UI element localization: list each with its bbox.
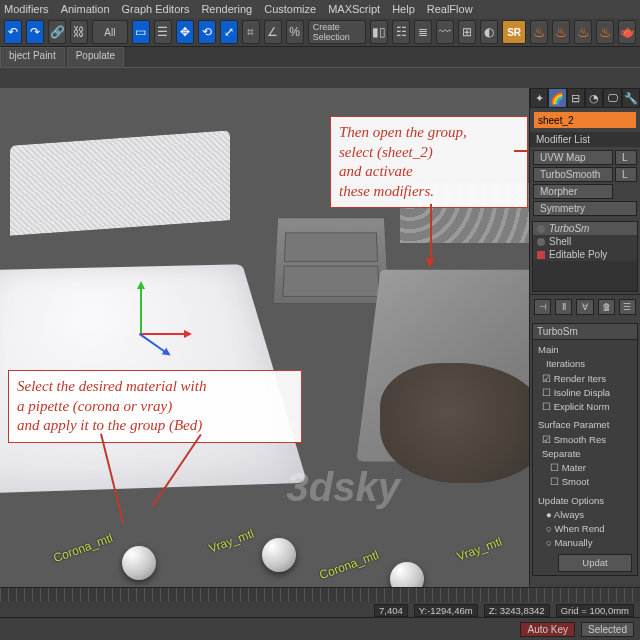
main-group-label: Main xyxy=(538,343,632,357)
update-when-rendering-radio[interactable]: When Rend xyxy=(538,522,632,536)
surface-params-label: Surface Paramet xyxy=(538,418,632,432)
utilities-tab[interactable]: 🔧 xyxy=(622,88,640,108)
modifier-btn-morpher[interactable]: Morpher xyxy=(533,184,613,199)
layers-button[interactable]: ≣ xyxy=(414,20,432,44)
stack-controls: ⊣ Ⅱ ∀ 🗑 ☰ xyxy=(530,294,640,319)
object-count: 7,404 xyxy=(374,604,408,617)
update-always-radio[interactable]: Always xyxy=(538,508,632,522)
remove-modifier-button[interactable]: 🗑 xyxy=(598,299,615,315)
smooth-result-checkbox[interactable]: Smooth Res xyxy=(538,433,632,447)
menu-realflow[interactable]: RealFlow xyxy=(427,3,473,15)
modifier-list-dropdown[interactable]: Modifier List xyxy=(530,132,640,147)
teapot-icon[interactable]: 🫖 xyxy=(618,20,636,44)
bottom-bar: Auto Key Selected xyxy=(0,617,640,640)
menu-graph-editors[interactable]: Graph Editors xyxy=(122,3,190,15)
hierarchy-tab[interactable]: ⊟ xyxy=(567,88,585,108)
menu-bar: Modifiers Animation Graph Editors Render… xyxy=(0,0,640,18)
modifier-stack[interactable]: TurboSm Shell Editable Poly xyxy=(532,221,638,292)
command-panel: ✦ 🌈 ⊟ ◔ 🖵 🔧 sheet_2 Modifier List UVW Ma… xyxy=(529,88,640,590)
gizmo-y-axis[interactable] xyxy=(140,283,142,333)
unlink-button[interactable]: ⛓ xyxy=(70,20,88,44)
create-tab[interactable]: ✦ xyxy=(530,88,548,108)
object-name-field[interactable]: sheet_2 xyxy=(534,112,636,128)
schematic-view-button[interactable]: ⊞ xyxy=(458,20,476,44)
render-flame-3[interactable]: ♨ xyxy=(574,20,592,44)
move-button[interactable]: ✥ xyxy=(176,20,194,44)
modifier-btn-l2[interactable]: L xyxy=(615,167,637,182)
separate-label: Separate xyxy=(538,447,632,461)
sep-smoothing-checkbox[interactable]: Smoot xyxy=(538,475,632,489)
named-selection[interactable]: Create Selection xyxy=(308,20,366,44)
coord-z[interactable]: Z: 3243,8342 xyxy=(484,604,550,617)
coord-y[interactable]: Y:-1294,46m xyxy=(414,604,478,617)
rotate-button[interactable]: ⟲ xyxy=(198,20,216,44)
make-unique-button[interactable]: ∀ xyxy=(576,299,593,315)
configure-sets-button[interactable]: ☰ xyxy=(619,299,636,315)
command-panel-tabs: ✦ 🌈 ⊟ ◔ 🖵 🔧 xyxy=(530,88,640,108)
angle-snap-toggle[interactable]: ∠ xyxy=(264,20,282,44)
stack-shell[interactable]: Shell xyxy=(533,235,637,248)
render-setup-button[interactable]: SR xyxy=(502,20,526,44)
menu-customize[interactable]: Customize xyxy=(264,3,316,15)
selection-filter[interactable]: All xyxy=(92,20,127,44)
redo-button[interactable]: ↷ xyxy=(26,20,44,44)
align-button[interactable]: ☷ xyxy=(392,20,410,44)
pin-stack-button[interactable]: ⊣ xyxy=(534,299,551,315)
modifier-btn-turbosmooth[interactable]: TurboSmooth xyxy=(533,167,613,182)
select-by-name-button[interactable]: ☰ xyxy=(154,20,172,44)
modifier-btn-l1[interactable]: L xyxy=(615,150,637,165)
gizmo-x-axis[interactable] xyxy=(140,333,190,335)
modifier-btn-uvwmap[interactable]: UVW Map xyxy=(533,150,613,165)
update-manually-radio[interactable]: Manually xyxy=(538,536,632,550)
headboard-wire xyxy=(10,130,230,235)
stack-turbosmooth[interactable]: TurboSm xyxy=(533,222,637,235)
material-sphere-1[interactable] xyxy=(122,546,156,580)
link-button[interactable]: 🔗 xyxy=(48,20,66,44)
isoline-checkbox[interactable]: Isoline Displa xyxy=(538,386,632,400)
blanket-shaded xyxy=(380,363,530,483)
menu-maxscript[interactable]: MAXScript xyxy=(328,3,380,15)
bulb-off-icon[interactable] xyxy=(537,225,545,233)
undo-button[interactable]: ↶ xyxy=(4,20,22,44)
stack-editable-poly[interactable]: Editable Poly xyxy=(533,248,637,261)
bulb-off-icon[interactable] xyxy=(537,238,545,246)
render-iters-checkbox[interactable]: Render Iters xyxy=(538,372,632,386)
material-label-3: Corona_mtl xyxy=(317,548,380,582)
selected-button[interactable]: Selected xyxy=(581,622,634,637)
material-label-2: Vray_mtl xyxy=(207,526,256,555)
material-sphere-2[interactable] xyxy=(262,538,296,572)
percent-snap-toggle[interactable]: % xyxy=(286,20,304,44)
menu-animation[interactable]: Animation xyxy=(61,3,110,15)
sep-materials-checkbox[interactable]: Mater xyxy=(538,461,632,475)
render-flame-4[interactable]: ♨ xyxy=(596,20,614,44)
update-options-label: Update Options xyxy=(538,494,632,508)
menu-rendering[interactable]: Rendering xyxy=(201,3,252,15)
modifier-btn-symmetry[interactable]: Symmetry xyxy=(533,201,637,216)
display-tab[interactable]: 🖵 xyxy=(603,88,621,108)
menu-modifiers[interactable]: Modifiers xyxy=(4,3,49,15)
show-end-result-button[interactable]: Ⅱ xyxy=(555,299,572,315)
tab-populate[interactable]: Populate xyxy=(67,47,124,67)
tab-object-paint[interactable]: bject Paint xyxy=(0,47,65,67)
curve-editor-button[interactable]: 〰 xyxy=(436,20,454,44)
menu-help[interactable]: Help xyxy=(392,3,415,15)
modify-tab[interactable]: 🌈 xyxy=(548,88,566,108)
bed-shaded xyxy=(370,183,530,483)
select-button[interactable]: ▭ xyxy=(132,20,150,44)
annotation-bottom: Select the desired material witha pipett… xyxy=(8,370,302,443)
square-icon xyxy=(537,251,545,259)
render-flame-2[interactable]: ♨ xyxy=(552,20,570,44)
snap-toggle[interactable]: ⌗ xyxy=(242,20,260,44)
mirror-button[interactable]: ▮▯ xyxy=(370,20,388,44)
auto-key-button[interactable]: Auto Key xyxy=(520,622,575,637)
render-flame-1[interactable]: ♨ xyxy=(530,20,548,44)
annotation-top: Then open the group,select (sheet_2)and … xyxy=(330,116,528,208)
material-sphere-3[interactable] xyxy=(390,562,424,590)
update-button[interactable]: Updat xyxy=(558,554,632,572)
rollout-header[interactable]: TurboSm xyxy=(533,324,637,340)
timeline[interactable] xyxy=(0,588,640,602)
motion-tab[interactable]: ◔ xyxy=(585,88,603,108)
scale-button[interactable]: ⤢ xyxy=(220,20,238,44)
material-editor-button[interactable]: ◐ xyxy=(480,20,498,44)
explicit-normals-checkbox[interactable]: Explicit Norm xyxy=(538,400,632,414)
